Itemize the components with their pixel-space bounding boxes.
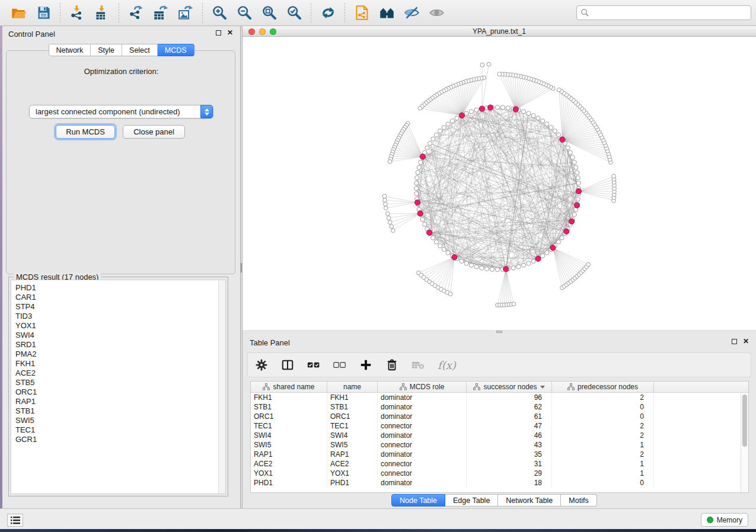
add-column-icon[interactable] <box>359 358 372 371</box>
dominator-node[interactable] <box>417 211 423 216</box>
network-node[interactable] <box>423 222 427 226</box>
dominator-node[interactable] <box>427 230 432 235</box>
network-node[interactable] <box>511 266 515 270</box>
float-panel-icon[interactable] <box>732 339 737 344</box>
mcds-result-item[interactable]: TID3 <box>15 312 225 321</box>
mcds-result-item[interactable]: STB1 <box>15 406 225 416</box>
network-node[interactable] <box>438 129 442 133</box>
network-node[interactable] <box>506 106 510 110</box>
splitter-handle[interactable] <box>241 263 242 273</box>
column-header-shared-name[interactable]: shared name <box>251 382 327 392</box>
network-node[interactable] <box>574 165 578 169</box>
scrollbar-thumb[interactable] <box>742 395 747 447</box>
memory-button[interactable]: Memory <box>701 513 748 527</box>
network-node[interactable] <box>416 171 420 175</box>
tab-mcds[interactable]: MCDS <box>158 44 194 56</box>
network-node[interactable] <box>572 160 576 164</box>
leaf-node[interactable] <box>384 206 388 210</box>
zoom-fit-icon[interactable] <box>259 3 279 23</box>
dominator-node[interactable] <box>569 219 575 224</box>
network-node[interactable] <box>570 155 575 159</box>
dominator-node[interactable] <box>576 188 581 194</box>
leaf-node[interactable] <box>557 88 561 92</box>
leaf-node[interactable] <box>497 72 502 76</box>
mcds-result-item[interactable]: SRD1 <box>15 340 225 350</box>
network-node[interactable] <box>425 146 429 150</box>
table-row[interactable]: ORC1ORC1dominator610 <box>251 412 748 421</box>
network-node[interactable] <box>474 108 479 112</box>
leaf-node[interactable] <box>387 216 391 220</box>
tab-network-table[interactable]: Network Table <box>498 494 561 507</box>
export-table-icon[interactable] <box>151 3 171 23</box>
dominator-node[interactable] <box>487 105 493 110</box>
dominator-node[interactable] <box>459 113 464 118</box>
leaf-node[interactable] <box>382 194 387 198</box>
table-row[interactable]: STB1STB1dominator620 <box>251 402 748 412</box>
network-node[interactable] <box>536 116 540 120</box>
show-all-icon[interactable] <box>426 3 446 23</box>
column-header-mcds-role[interactable]: MCDS role <box>378 382 467 392</box>
dominator-node[interactable] <box>564 229 569 234</box>
mcds-result-item[interactable]: SWI5 <box>15 416 225 425</box>
network-node[interactable] <box>419 160 423 164</box>
mcds-result-item[interactable]: SWI4 <box>15 331 225 340</box>
table-row[interactable]: SWI4SWI4dominator462 <box>251 431 748 440</box>
network-graph[interactable] <box>243 37 756 330</box>
network-node[interactable] <box>460 259 464 263</box>
export-image-icon[interactable] <box>176 3 196 23</box>
leaf-node[interactable] <box>390 225 394 229</box>
network-node[interactable] <box>414 186 418 190</box>
network-node[interactable] <box>469 110 473 114</box>
leaf-node[interactable] <box>586 262 591 267</box>
network-node[interactable] <box>417 165 421 169</box>
mcds-result-item[interactable]: CAR1 <box>15 293 225 302</box>
leaf-node[interactable] <box>383 198 387 203</box>
dominator-node[interactable] <box>452 255 457 260</box>
network-node[interactable] <box>553 129 557 133</box>
network-node[interactable] <box>490 267 494 271</box>
hide-selected-icon[interactable] <box>401 3 422 23</box>
table-settings-icon[interactable] <box>255 358 268 371</box>
network-titlebar[interactable]: YPA_prune.txt_1 <box>243 26 756 37</box>
column-header-name[interactable]: name <box>327 382 378 392</box>
criterion-dropdown[interactable]: largest connected component (undirected) <box>29 105 213 118</box>
table-row[interactable]: PHD1PHD1dominator180 <box>251 478 748 488</box>
mcds-result-item[interactable]: ORC1 <box>15 387 225 397</box>
network-node[interactable] <box>568 150 572 155</box>
mcds-result-item[interactable]: YOX1 <box>15 321 225 331</box>
dominator-node[interactable] <box>420 154 425 159</box>
network-node[interactable] <box>442 247 446 251</box>
tab-motifs[interactable]: Motifs <box>561 494 596 507</box>
network-node[interactable] <box>455 116 459 120</box>
leaf-node[interactable] <box>612 174 616 178</box>
split-panel-icon[interactable] <box>281 358 294 371</box>
mcds-result-item[interactable]: RAP1 <box>15 397 225 406</box>
network-node[interactable] <box>521 110 525 114</box>
network-node[interactable] <box>495 105 499 109</box>
network-canvas[interactable] <box>243 37 756 330</box>
network-node[interactable] <box>527 261 531 265</box>
network-node[interactable] <box>549 125 553 129</box>
tab-edge-table[interactable]: Edge Table <box>445 494 498 507</box>
export-network-icon[interactable] <box>126 3 146 23</box>
mcds-result-item[interactable]: STB5 <box>15 378 225 387</box>
tab-node-table[interactable]: Node Table <box>391 494 445 507</box>
network-node[interactable] <box>495 267 499 271</box>
close-panel-button[interactable]: Close panel <box>123 125 185 139</box>
search-input[interactable] <box>576 5 751 20</box>
mcds-result-item[interactable]: STP4 <box>15 302 225 312</box>
leaf-node[interactable] <box>385 211 390 216</box>
unselect-all-columns-icon[interactable] <box>333 358 346 371</box>
table-row[interactable]: RAP1RAP1dominator352 <box>251 450 748 459</box>
leaf-node[interactable] <box>388 159 392 164</box>
import-table-icon[interactable] <box>92 3 112 23</box>
network-node[interactable] <box>434 133 438 137</box>
network-node[interactable] <box>566 146 570 150</box>
tab-style[interactable]: Style <box>91 44 122 56</box>
zoom-selected-icon[interactable] <box>284 3 304 23</box>
network-node[interactable] <box>431 137 435 141</box>
network-node[interactable] <box>438 243 442 248</box>
leaf-node[interactable] <box>512 302 516 306</box>
table-row[interactable]: FKH1FKH1dominator962 <box>251 393 748 402</box>
network-node[interactable] <box>541 254 545 258</box>
